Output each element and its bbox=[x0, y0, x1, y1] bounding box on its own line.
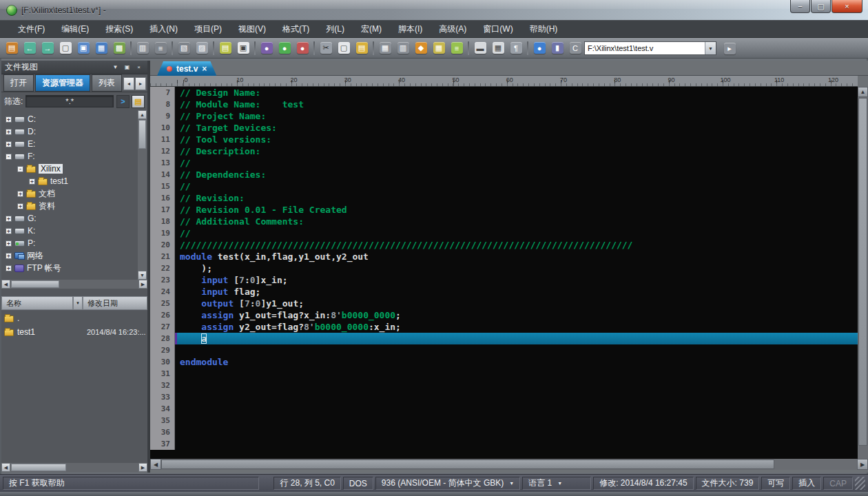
column-name[interactable]: 名称 bbox=[1, 296, 73, 310]
tree-item-C:[interactable]: +C: bbox=[1, 113, 138, 125]
scroll-up-icon[interactable]: ▲ bbox=[858, 87, 868, 97]
scroll-thumb[interactable] bbox=[858, 98, 867, 446]
tree-item-网络[interactable]: +网络 bbox=[1, 249, 138, 262]
cut-button[interactable]: ✂ bbox=[318, 40, 334, 56]
code-line[interactable]: 15// bbox=[150, 180, 858, 192]
code-line[interactable]: 16// Revision: bbox=[150, 192, 858, 204]
tree-item-D:[interactable]: +D: bbox=[1, 125, 138, 138]
forward-button[interactable]: → bbox=[39, 40, 56, 56]
tree-item-P:[interactable]: +P: bbox=[1, 237, 138, 249]
scroll-left-icon[interactable]: ◀ bbox=[1, 463, 10, 472]
status-modified-time[interactable]: 修改: 2014/8/4 16:27:45 bbox=[593, 477, 693, 490]
web-red-button[interactable]: ● bbox=[294, 40, 311, 56]
function-list-button[interactable]: ▦ bbox=[377, 40, 393, 56]
code-line[interactable]: 22 ); bbox=[150, 262, 858, 274]
code-fold-list-button[interactable]: ▣ bbox=[235, 40, 251, 56]
print-preview-button[interactable]: ▥ bbox=[134, 40, 151, 56]
status-file-size[interactable]: 文件大小: 739 bbox=[696, 477, 760, 490]
expand-toggle-icon[interactable]: + bbox=[6, 228, 12, 234]
code-line[interactable]: 9// Project Name: bbox=[150, 110, 858, 122]
expand-toggle-icon[interactable]: + bbox=[29, 178, 35, 185]
tab-scroll-left-icon[interactable]: ◂ bbox=[123, 77, 134, 90]
panel-tab-打开[interactable]: 打开 bbox=[3, 74, 34, 92]
panel-horizontal-scrollbar[interactable]: ◀ ▶ bbox=[1, 463, 147, 473]
replace-button[interactable]: ▧ bbox=[176, 40, 192, 56]
open-file-button[interactable]: ▣ bbox=[75, 40, 92, 56]
code-line[interactable]: 26 assign y1_out=flag?x_in:8'b0000_0000; bbox=[150, 309, 858, 321]
tree-item-FTP 帐号[interactable]: +FTP 帐号 bbox=[1, 262, 138, 274]
panel-pin-icon[interactable]: ▣ bbox=[122, 63, 132, 72]
status-caret-position[interactable]: 行 28, 列 5, C0 bbox=[273, 477, 340, 490]
browser-view-button[interactable]: ● bbox=[531, 40, 548, 56]
file-list-item[interactable]: . bbox=[1, 311, 147, 325]
scroll-left-icon[interactable]: ◀ bbox=[150, 459, 161, 470]
dropdown-icon[interactable]: ▼ bbox=[509, 481, 514, 486]
status-encoding[interactable]: 936 (ANSI/OEM - 简体中文 GBK)▼ bbox=[375, 477, 520, 490]
document-tab-testv[interactable]: test.v × bbox=[157, 61, 216, 76]
panel-dropdown-icon[interactable]: ▼ bbox=[110, 63, 121, 72]
browse-folder-button[interactable]: ▤ bbox=[132, 95, 145, 108]
refresh-button[interactable]: C bbox=[567, 40, 583, 56]
file-path-input[interactable] bbox=[585, 42, 705, 54]
tree-item-K:[interactable]: +K: bbox=[1, 225, 138, 237]
print-button[interactable]: ▩ bbox=[111, 40, 127, 56]
web-green-button[interactable]: ● bbox=[276, 40, 293, 56]
menu-项目(P)[interactable]: 项目(P) bbox=[186, 21, 230, 37]
code-line[interactable]: 7// Design Name: bbox=[150, 87, 858, 99]
code-line[interactable]: 37 bbox=[150, 438, 858, 450]
tree-item-G:[interactable]: +G: bbox=[1, 212, 138, 225]
expand-toggle-icon[interactable]: - bbox=[17, 166, 23, 172]
expand-toggle-icon[interactable]: + bbox=[6, 141, 12, 147]
editor-horizontal-scrollbar[interactable]: ◀ ▶ bbox=[150, 459, 868, 470]
code-line[interactable]: 28 a bbox=[150, 333, 858, 344]
code-line[interactable]: 11// Tool versions: bbox=[150, 134, 858, 145]
syntax-highlight-button[interactable]: ▤ bbox=[217, 40, 234, 56]
sort-icon[interactable]: ▼ bbox=[73, 296, 83, 310]
code-line[interactable]: 20//////////////////////////////////////… bbox=[150, 239, 858, 251]
web-purple-button[interactable]: ● bbox=[258, 40, 275, 56]
code-line[interactable]: 17// Revision 0.01 - File Created bbox=[150, 204, 858, 216]
scroll-right-icon[interactable]: ▶ bbox=[857, 459, 868, 470]
expand-toggle-icon[interactable]: + bbox=[6, 253, 12, 259]
code-line[interactable]: 14// Dependencies: bbox=[150, 169, 858, 180]
status-write-mode[interactable]: 可写 bbox=[761, 477, 790, 490]
document-map-button[interactable]: ▮ bbox=[549, 40, 566, 56]
editor-vertical-scrollbar[interactable]: ▲ ▼ bbox=[858, 87, 868, 470]
tab-close-icon[interactable]: × bbox=[202, 64, 207, 74]
new-file-button[interactable]: ▢ bbox=[57, 40, 74, 56]
window-list-button[interactable]: ▦ bbox=[490, 40, 506, 56]
tree-item-test1[interactable]: +test1 bbox=[1, 175, 138, 187]
scroll-thumb[interactable] bbox=[161, 459, 774, 469]
status-line-ending[interactable]: DOS bbox=[343, 477, 373, 490]
code-line[interactable]: 24 input flag; bbox=[150, 286, 858, 298]
code-line[interactable]: 35 bbox=[150, 415, 858, 426]
outline-button[interactable]: ≡ bbox=[448, 40, 465, 56]
menu-帮助(H)[interactable]: 帮助(H) bbox=[521, 21, 566, 37]
template-list-button[interactable]: ▦ bbox=[431, 40, 447, 56]
menu-编辑(E)[interactable]: 编辑(E) bbox=[53, 21, 97, 37]
scroll-right-icon[interactable]: ▶ bbox=[138, 463, 147, 472]
code-line[interactable]: 18// Additional Comments: bbox=[150, 216, 858, 227]
expand-toggle-icon[interactable]: + bbox=[6, 216, 12, 222]
save-file-button[interactable]: ▦ bbox=[93, 40, 110, 56]
status-caps-lock[interactable]: CAP bbox=[823, 477, 853, 490]
code-line[interactable]: 21module test(x_in,flag,y1_out,y2_out bbox=[150, 251, 858, 262]
scroll-right-icon[interactable]: ▶ bbox=[138, 280, 147, 289]
word-wrap-button[interactable]: ¶ bbox=[508, 40, 524, 56]
column-date[interactable]: 修改日期 bbox=[83, 296, 147, 310]
tree-item-F:[interactable]: -F: bbox=[1, 150, 138, 163]
expand-toggle-icon[interactable]: + bbox=[6, 265, 12, 271]
menu-脚本(I)[interactable]: 脚本(I) bbox=[390, 21, 431, 37]
clip-history-button[interactable]: ▥ bbox=[395, 40, 411, 56]
menu-插入(N)[interactable]: 插入(N) bbox=[141, 21, 186, 37]
code-line[interactable]: 30endmodule bbox=[150, 356, 858, 368]
dropdown-icon[interactable]: ▼ bbox=[557, 481, 562, 486]
titlebar[interactable]: [F:\Xilinx\test1\test.v*] - −▢× bbox=[0, 0, 868, 21]
status-syntax-language[interactable]: 语言 1▼ bbox=[522, 477, 591, 490]
code-line[interactable]: 12// Description: bbox=[150, 145, 858, 157]
scroll-thumb[interactable] bbox=[138, 120, 146, 149]
code-line[interactable]: 10// Target Devices: bbox=[150, 122, 858, 134]
copy-button[interactable]: ▢ bbox=[335, 40, 352, 56]
scroll-up-icon[interactable]: ▲ bbox=[138, 110, 147, 119]
apply-filter-button[interactable]: > bbox=[116, 95, 130, 108]
